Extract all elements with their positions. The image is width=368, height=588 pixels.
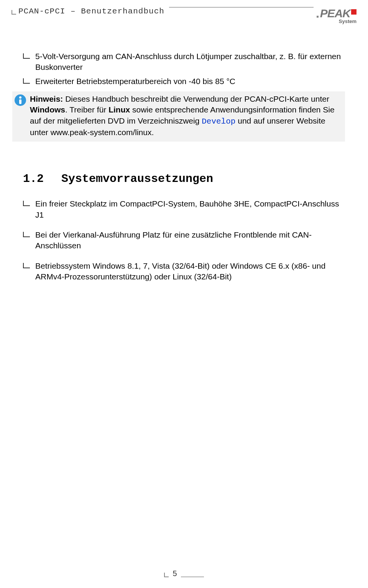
document-title: PCAN-cPCI – Benutzerhandbuch xyxy=(18,7,164,16)
note-bold: Linux xyxy=(108,105,130,114)
header-rule xyxy=(169,7,314,8)
list-item: Betriebssystem Windows 8.1, 7, Vista (32… xyxy=(23,261,345,282)
page-header: PCAN-cPCI – Benutzerhandbuch PEAK System xyxy=(0,0,368,24)
section-number: 1.2 xyxy=(23,172,61,185)
requirements-list: Ein freier Steckplatz im CompactPCI-Syst… xyxy=(23,198,345,282)
logo-dot-icon xyxy=(317,16,319,18)
footer-box: 5 xyxy=(164,569,204,578)
peak-logo: PEAK System xyxy=(317,7,356,24)
note-part: . Treiber für xyxy=(65,105,108,114)
logo-top-row: PEAK xyxy=(317,7,356,20)
note-bold: Windows xyxy=(30,105,65,114)
list-item: Bei der Vierkanal-Ausführung Platz für e… xyxy=(23,230,345,251)
list-item-text: Ein freier Steckplatz im CompactPCI-Syst… xyxy=(35,198,345,220)
bullet-icon xyxy=(23,232,30,237)
list-item: 5-Volt-Versorgung am CAN-Anschluss durch… xyxy=(23,51,345,73)
bullet-icon xyxy=(23,263,30,268)
info-icon xyxy=(15,94,26,106)
footer-tick-decoration xyxy=(164,573,169,577)
footer-rule xyxy=(181,576,204,577)
section-heading: 1.2Systemvorraussetzungen xyxy=(23,172,345,185)
list-item-text: Betriebssystem Windows 8.1, 7, Vista (32… xyxy=(35,261,345,282)
page-number: 5 xyxy=(172,569,177,578)
bullet-icon xyxy=(23,78,30,84)
list-item: Erweiterter Betriebstemperaturbereich vo… xyxy=(23,76,345,87)
list-item-text: Bei der Vierkanal-Ausführung Platz für e… xyxy=(35,230,345,251)
page-footer: 5 xyxy=(0,569,368,578)
logo-square-icon xyxy=(351,9,356,15)
bullet-icon xyxy=(23,201,30,206)
bullet-icon xyxy=(23,53,30,59)
note-label: Hinweis: xyxy=(30,94,63,103)
section-title: Systemvorraussetzungen xyxy=(61,172,213,185)
note-part: Dieses Handbuch beschreibt die Verwendun… xyxy=(63,94,329,103)
note-text: Hinweis: Dieses Handbuch beschreibt die … xyxy=(30,94,341,138)
logo-subtitle: System xyxy=(339,18,356,24)
page-content: 5-Volt-Versorgung am CAN-Anschluss durch… xyxy=(0,24,368,282)
hint-note-box: Hinweis: Dieses Handbuch beschreibt die … xyxy=(12,91,345,142)
note-mono: Develop xyxy=(202,117,235,126)
list-item-text: 5-Volt-Versorgung am CAN-Anschluss durch… xyxy=(35,51,345,73)
header-tick-decoration xyxy=(12,10,16,15)
list-item: Ein freier Steckplatz im CompactPCI-Syst… xyxy=(23,198,345,220)
list-item-text: Erweiterter Betriebstemperaturbereich vo… xyxy=(35,76,235,87)
logo-text: PEAK xyxy=(320,7,350,20)
